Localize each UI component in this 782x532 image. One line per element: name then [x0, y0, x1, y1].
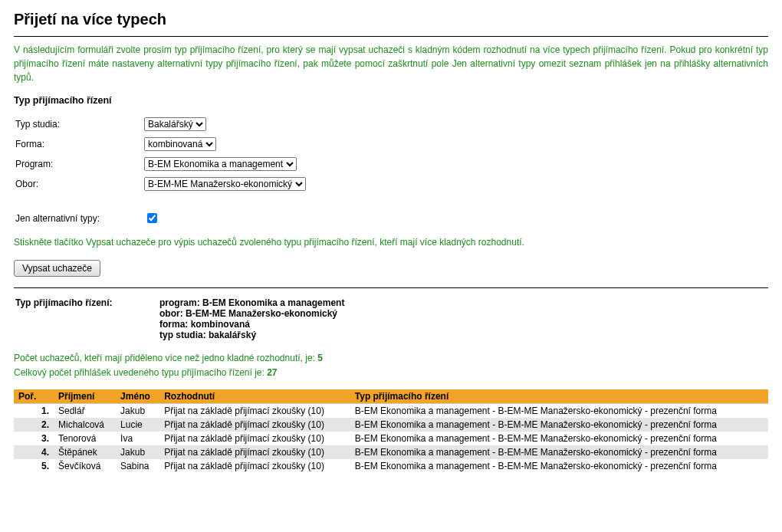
cell-por: 3.: [14, 432, 54, 445]
cell-rozhodnuti: Přijat na základě přijímací zkoušky (10): [159, 418, 350, 432]
summary-obor: obor: B-EM-ME Manažersko-ekonomický: [159, 308, 344, 319]
typ-studia-select[interactable]: Bakalářský: [144, 117, 206, 131]
alt-label: Jen alternativní typy:: [15, 209, 143, 228]
obor-select[interactable]: B-EM-ME Manažersko-ekonomický: [144, 177, 306, 191]
cell-typ: B-EM Ekonomika a management - B-EM-ME Ma…: [350, 404, 768, 419]
results-table: Poř. Příjmení Jméno Rozhodnutí Typ přijí…: [14, 389, 768, 473]
vypsat-button[interactable]: Vypsat uchazeče: [14, 260, 100, 277]
table-row: 3.TenorováIvaPřijat na základě přijímací…: [14, 432, 768, 445]
cell-typ: B-EM Ekonomika a management - B-EM-ME Ma…: [350, 432, 768, 445]
cell-jmeno: Iva: [116, 432, 159, 445]
counts-block: Počet uchazečů, kteří mají přiděleno víc…: [14, 351, 768, 380]
count-line2-text: Celkový počet přihlášek uvedeného typu p…: [14, 367, 267, 378]
cell-por: 1.: [14, 404, 54, 419]
forma-select[interactable]: kombinovaná: [144, 137, 216, 151]
forma-label: Forma:: [15, 135, 143, 153]
form-heading: Typ přijímacího řízení: [14, 95, 768, 106]
col-jmeno: Jméno: [116, 389, 159, 404]
table-row: 1.SedlářJakubPřijat na základě přijímací…: [14, 404, 768, 419]
cell-rozhodnuti: Přijat na základě přijímací zkoušky (10): [159, 404, 350, 419]
page-title: Přijetí na více typech: [14, 11, 768, 28]
summary-block: Typ přijímacího řízení: program: B-EM Ek…: [14, 294, 350, 343]
cell-prijmeni: Ševčíková: [54, 459, 116, 473]
cell-rozhodnuti: Přijat na základě přijímací zkoušky (10): [159, 445, 350, 459]
cell-typ: B-EM Ekonomika a management - B-EM-ME Ma…: [350, 418, 768, 432]
typ-studia-label: Typ studia:: [15, 115, 143, 133]
obor-label: Obor:: [15, 175, 143, 193]
cell-por: 2.: [14, 418, 54, 432]
count-line2-num: 27: [267, 367, 277, 378]
summary-row-label: Typ přijímacího řízení:: [15, 296, 158, 342]
divider: [14, 287, 768, 288]
cell-prijmeni: Štěpánek: [54, 445, 116, 459]
cell-por: 5.: [14, 459, 54, 473]
count-line1-text: Počet uchazečů, kteří mají přiděleno víc…: [14, 353, 317, 363]
summary-program: program: B-EM Ekonomika a management: [159, 297, 344, 308]
cell-typ: B-EM Ekonomika a management - B-EM-ME Ma…: [350, 459, 768, 473]
cell-por: 4.: [14, 445, 54, 459]
filter-form: Typ studia: Bakalářský Forma: kombinovan…: [14, 113, 312, 229]
col-por: Poř.: [14, 389, 54, 404]
intro-text: V následujícím formuláři zvolte prosím t…: [14, 43, 768, 84]
hint-text: Stiskněte tlačítko Vypsat uchazeče pro v…: [14, 235, 768, 249]
cell-typ: B-EM Ekonomika a management - B-EM-ME Ma…: [350, 445, 768, 459]
table-row: 2.MichalcováLuciePřijat na základě přijí…: [14, 418, 768, 432]
alt-checkbox[interactable]: [147, 213, 157, 223]
cell-rozhodnuti: Přijat na základě přijímací zkoušky (10): [159, 432, 350, 445]
col-rozhodnuti: Rozhodnutí: [159, 389, 350, 404]
summary-typ: typ studia: bakalářský: [159, 330, 344, 340]
program-label: Program:: [15, 155, 143, 173]
cell-jmeno: Lucie: [116, 418, 159, 432]
table-row: 4.ŠtěpánekJakubPřijat na základě přijíma…: [14, 445, 768, 459]
program-select[interactable]: B-EM Ekonomika a management: [144, 157, 297, 171]
count-line1-num: 5: [317, 353, 323, 363]
cell-rozhodnuti: Přijat na základě přijímací zkoušky (10): [159, 459, 350, 473]
cell-jmeno: Sabina: [116, 459, 159, 473]
cell-prijmeni: Tenorová: [54, 432, 116, 445]
cell-prijmeni: Michalcová: [54, 418, 116, 432]
table-row: 5.ŠevčíkováSabinaPřijat na základě přijí…: [14, 459, 768, 473]
summary-forma: forma: kombinovaná: [159, 319, 344, 330]
col-prijmeni: Příjmení: [54, 389, 116, 404]
cell-jmeno: Jakub: [116, 404, 159, 419]
cell-prijmeni: Sedlář: [54, 404, 116, 419]
divider: [14, 36, 768, 37]
cell-jmeno: Jakub: [116, 445, 159, 459]
col-typ: Typ přijímacího řízení: [350, 389, 768, 404]
